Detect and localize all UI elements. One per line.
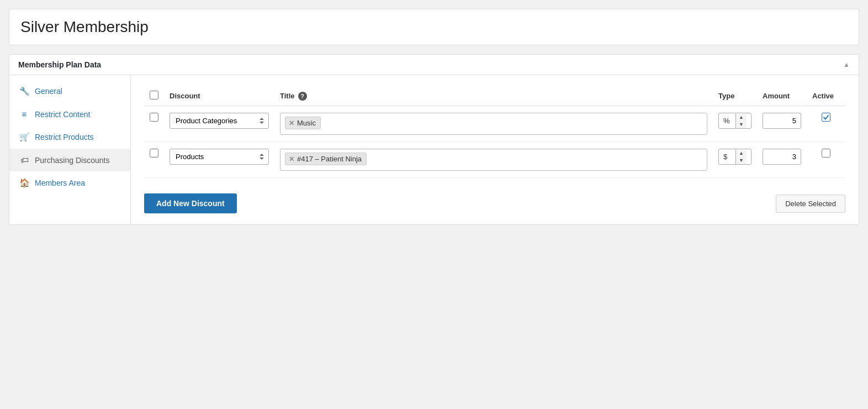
tag-input-area-1[interactable]: ✕Music [280,113,707,135]
home-icon: 🏠 [19,178,29,188]
discount-select-1[interactable]: Product CategoriesProducts [170,113,269,129]
amount-input-2[interactable] [763,149,801,165]
sidebar-item-general-label: General [35,87,62,96]
sidebar-item-restrict-content-label: Restrict Content [35,110,90,119]
row-checkbox-1[interactable] [150,113,158,122]
sidebar-item-restrict-products[interactable]: 🛒 Restrict Products [9,125,130,149]
tag-input-area-2[interactable]: ✕#417 – Patient Ninja [280,149,707,171]
type-select-wrap-1: % ▲ ▼ [718,113,751,129]
sidebar-item-members-area[interactable]: 🏠 Members Area [9,171,130,195]
cart-icon: 🛒 [19,132,29,142]
tag-remove-icon[interactable]: ✕ [289,119,294,127]
sidebar-item-general[interactable]: 🔧 General [9,80,130,103]
amount-input-1[interactable] [763,113,801,129]
list-icon: ≡ [19,109,29,119]
main-content: Discount Title ? Type Amount [131,75,859,224]
delete-selected-button[interactable]: Delete Selected [776,195,845,213]
col-active-label: Active [812,92,834,100]
meta-box: Membership Plan Data ▲ 🔧 General ≡ Restr… [9,54,859,225]
table-row: Product CategoriesProducts✕Music% ▲ ▼ [144,106,845,142]
type-value-1: % [719,113,735,128]
sidebar-item-purchasing-discounts-label: Purchasing Discounts [35,156,109,165]
type-value-2: $ [719,149,735,164]
col-type-label: Type [718,92,734,100]
active-checkbox-2[interactable] [822,149,830,158]
col-title-label: Title [280,92,295,100]
tag-icon: 🏷 [19,155,29,165]
sidebar-item-restrict-content[interactable]: ≡ Restrict Content [9,103,130,125]
select-all-checkbox[interactable] [150,91,158,99]
tag: ✕#417 – Patient Ninja [285,153,367,165]
discount-table: Discount Title ? Type Amount [144,86,845,178]
col-discount-label: Discount [170,92,200,100]
type-select-wrap-2: $ ▲ ▼ [718,149,751,165]
tag: ✕Music [285,117,321,129]
sidebar-item-purchasing-discounts[interactable]: 🏷 Purchasing Discounts [9,149,130,171]
type-arrow-down-1[interactable]: ▼ [736,121,747,128]
bottom-actions: Add New Discount Delete Selected [144,187,845,213]
collapse-icon[interactable]: ▲ [843,61,850,69]
row-checkbox-2[interactable] [150,149,158,158]
meta-box-header: Membership Plan Data ▲ [9,55,859,75]
wrench-icon: 🔧 [19,86,29,96]
type-arrow-down-2[interactable]: ▼ [736,157,747,164]
col-amount-label: Amount [763,92,790,100]
page-title: Silver Membership [20,18,848,36]
title-help-icon[interactable]: ? [298,92,307,101]
type-arrow-up-2[interactable]: ▲ [736,150,747,157]
table-row: Product CategoriesProducts✕#417 – Patien… [144,142,845,178]
type-arrow-up-1[interactable]: ▲ [736,114,747,121]
add-new-discount-button[interactable]: Add New Discount [144,193,237,213]
sidebar-item-restrict-products-label: Restrict Products [35,133,94,141]
meta-box-title: Membership Plan Data [18,60,101,69]
discount-select-2[interactable]: Product CategoriesProducts [170,149,269,165]
sidebar-nav: 🔧 General ≡ Restrict Content 🛒 Restrict … [9,75,131,224]
active-checkbox-1[interactable] [822,113,830,122]
sidebar-item-members-area-label: Members Area [35,179,85,187]
meta-box-body: 🔧 General ≡ Restrict Content 🛒 Restrict … [9,75,859,224]
tag-remove-icon[interactable]: ✕ [289,155,294,163]
